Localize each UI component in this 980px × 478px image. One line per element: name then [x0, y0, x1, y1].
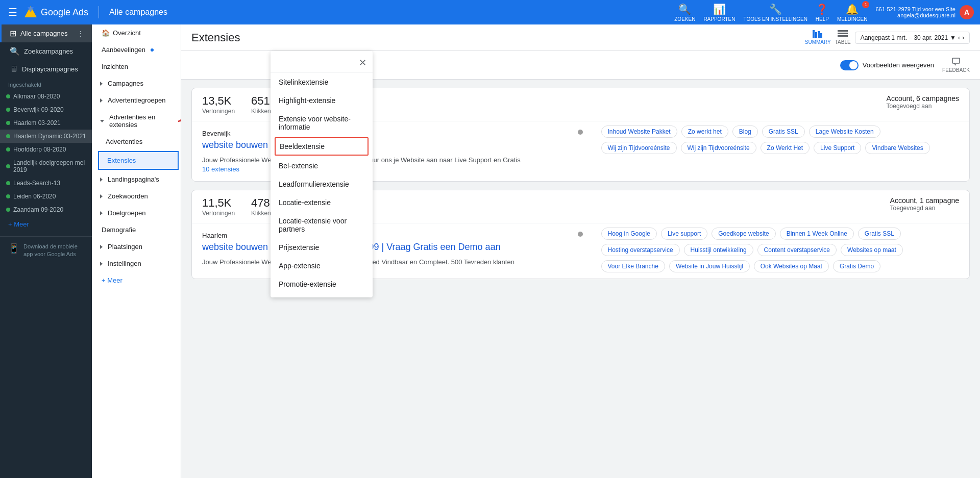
chip-item[interactable]: Hoog in Google [601, 228, 657, 240]
chip-item[interactable]: Huisstijl ontwikkeling [684, 244, 753, 256]
nav-meldingen[interactable]: 🔔 1 MELDINGEN [837, 3, 867, 22]
dropdown-item-label: Prijsextensie [279, 243, 319, 251]
hamburger-menu[interactable]: ☰ [6, 4, 19, 20]
dropdown-item-highlight[interactable]: Highlight-extensie [271, 91, 373, 110]
preview-toggle-switch[interactable] [840, 60, 859, 70]
vertoningen-label-1: Vertoningen [202, 108, 235, 115]
aanbevelingen-dot [151, 48, 154, 52]
sec-sidebar-doelgroepen[interactable]: Doelgroepen [92, 205, 181, 221]
nav-search-label: ZOEKEN [674, 16, 695, 22]
dropdown-item-bel[interactable]: Bel-extensie [271, 157, 373, 175]
chip-item[interactable]: Gratis SSL [762, 125, 805, 138]
dropdown-item-label: Highlight-extensie [279, 96, 335, 105]
sidebar-more-options[interactable]: ⋮ [77, 30, 84, 37]
sidebar-item-zoekcampagnes[interactable]: 🔍 Zoekcampagnes [0, 42, 92, 60]
user-info[interactable]: 661-521-2979 Tijd voor een Site angela@d… [875, 5, 974, 19]
dropdown-item-app[interactable]: App-extensie [271, 257, 373, 275]
sec-sidebar-inzichten[interactable]: Inzichten [92, 58, 181, 75]
sidebar-campaign-alkmaar[interactable]: Alkmaar 08-2020 [0, 90, 92, 103]
sidebar-item-displaycampagnes[interactable]: 🖥 Displaycampagnes [0, 60, 92, 78]
dropdown-item-promotie[interactable]: Promotie-extensie [271, 275, 373, 293]
nav-search[interactable]: 🔍 ZOEKEN [674, 3, 695, 22]
sec-sidebar-advertenties-extensies[interactable]: Advertenties en extensies [92, 109, 181, 133]
advertenties-sub-group: Advertenties Extensies [92, 133, 181, 170]
nav-rapporten[interactable]: 📊 RAPPORTEN [703, 3, 735, 22]
chip-item[interactable]: Wij zijn Tijdvooreénsite [681, 142, 756, 154]
chip-item[interactable]: Content overstapservice [757, 244, 837, 256]
summary-view-button[interactable]: SUMMARY [805, 30, 831, 45]
chip-item[interactable]: Website in Jouw Huisstijl [669, 260, 750, 272]
sidebar-campaign-haarlem-03[interactable]: Haarlem 03-2021 [0, 116, 92, 130]
sidebar-more-button[interactable]: + Meer [0, 216, 92, 232]
campaign-status-dot [6, 164, 10, 168]
prev-arrow[interactable]: ‹ [958, 34, 960, 41]
dropdown-close-button[interactable]: ✕ [359, 57, 366, 68]
sec-sidebar-zoekwoorden-label: Zoekwoorden [108, 192, 148, 200]
date-range-label: Aangepast 1 mrt. – 30 apr. 2021 [861, 34, 948, 41]
dropdown-item-leadformulier[interactable]: Leadformulierextensie [271, 175, 373, 193]
chip-item[interactable]: Zo werkt het [681, 125, 728, 138]
date-range-picker[interactable]: Aangepast 1 mrt. – 30 apr. 2021 ▼ ‹ › [855, 32, 970, 44]
chip-item[interactable]: Binnen 1 Week Online [780, 228, 854, 240]
sidebar-campaign-hoofddorp[interactable]: Hoofddorp 08-2020 [0, 143, 92, 156]
chips-area-1: Inhoud Website Pakket Zo werkt het Blog … [591, 121, 970, 181]
chip-item[interactable]: Zo Werkt Het [761, 142, 810, 154]
stat-klikken-1: 651 Klikken [251, 94, 271, 115]
dropdown-item-website-info[interactable]: Extensie voor website-informatie [271, 110, 373, 136]
chip-item[interactable]: Live Support [814, 142, 861, 154]
sidebar-campaign-beverwijk[interactable]: Beverwijk 09-2020 [0, 103, 92, 116]
sidebar-campaign-haarlem-dynamic[interactable]: Haarlem Dynamic 03-2021 [0, 130, 92, 143]
sidebar-campaign-leads[interactable]: Leads-Search-13 [0, 177, 92, 190]
dropdown-item-locatie-partners[interactable]: Locatie-extensie voor partners [271, 212, 373, 238]
ad-location-1: Beverwijk [202, 130, 581, 137]
sec-sidebar-campagnes[interactable]: Campagnes [92, 75, 181, 92]
avatar[interactable]: A [960, 5, 974, 19]
campaign-status-dot [6, 108, 10, 112]
sec-sidebar-landingspaginas[interactable]: Landingspagina's [92, 171, 181, 188]
nav-help[interactable]: ❓ HELP [816, 3, 829, 22]
sec-sidebar-advertentiegroepen[interactable]: Advertentiegroepen [92, 92, 181, 109]
sec-sidebar-overzicht[interactable]: 🏠 Overzicht [92, 24, 181, 41]
table-view-button[interactable]: TABLE [835, 30, 851, 45]
chip-item[interactable]: Wij zijn Tijdvooreénsite [601, 142, 677, 154]
chips-area-2: Hoog in Google Live support Goedkope web… [591, 223, 970, 279]
campaign-status-dot [6, 194, 10, 198]
dropdown-item-locatie[interactable]: Locatie-extensie [271, 193, 373, 212]
chip-item[interactable]: Hosting overstapservice [601, 244, 680, 256]
dropdown-item-beeldextensie[interactable]: Beeldextensie [275, 137, 369, 156]
chip-item[interactable]: Vindbare Websites [865, 142, 929, 154]
sec-sidebar-plaatsingen[interactable]: Plaatsingen [92, 238, 181, 255]
next-arrow[interactable]: › [962, 34, 964, 41]
chip-item[interactable]: Inhoud Website Pakket [601, 125, 677, 138]
chip-item[interactable]: Blog [732, 125, 758, 138]
chip-item[interactable]: Live support [661, 228, 707, 240]
sec-sidebar-advertenties[interactable]: Advertenties [96, 133, 181, 150]
chip-item[interactable]: Websites op maat [841, 244, 903, 256]
dropdown-item-sitelinkextensie[interactable]: Sitelinkextensie [271, 73, 373, 91]
chip-item[interactable]: Ook Websites op Maat [754, 260, 829, 272]
sidebar-campaign-zaandam[interactable]: Zaandam 09-2020 [0, 203, 92, 216]
nav-tools[interactable]: 🔧 TOOLS EN INSTELLINGEN [743, 3, 807, 22]
dropdown-item-prijs[interactable]: Prijsextensie [271, 238, 373, 257]
chip-item[interactable]: Goedkope website [712, 228, 775, 240]
sidebar-item-alle-campagnes[interactable]: ⊞ Alle campagnes ⋮ [0, 24, 92, 42]
sec-sidebar-demografie[interactable]: Demografie [92, 221, 181, 238]
sidebar-campaign-leiden[interactable]: Leiden 06-2020 [0, 190, 92, 203]
extensions-link-1[interactable]: 10 extensies [202, 165, 239, 173]
sec-sidebar-zoekwoorden[interactable]: Zoekwoorden [92, 188, 181, 205]
sec-sidebar-meer[interactable]: + Meer [92, 272, 181, 289]
stat-account-1: Account, 6 campagnes Toegevoegd aan [887, 94, 959, 115]
sec-sidebar-instellingen[interactable]: Instellingen [92, 255, 181, 272]
sec-sidebar-aanbevelingen[interactable]: Aanbevelingen [92, 41, 181, 58]
sidebar-campaign-landelijk[interactable]: Landelijk doelgroepen mei 2019 [0, 156, 92, 177]
chip-item[interactable]: Lage Website Kosten [809, 125, 880, 138]
sec-sidebar-extensies[interactable]: Extensies [98, 151, 179, 170]
chip-item[interactable]: Voor Elke Branche [601, 260, 665, 272]
klikken-value-2: 478 [251, 196, 271, 210]
sec-sidebar-doelgroepen-label: Doelgroepen [108, 209, 145, 217]
dropdown-item-label: Extensie voor website-informatie [279, 115, 364, 131]
stat-account-2: Account, 1 campagne Toegevoegd aan [890, 196, 959, 217]
chip-item[interactable]: Gratis Demo [833, 260, 880, 272]
chip-item[interactable]: Gratis SSL [858, 228, 901, 240]
feedback-button[interactable]: FEEDBACK [942, 57, 970, 73]
